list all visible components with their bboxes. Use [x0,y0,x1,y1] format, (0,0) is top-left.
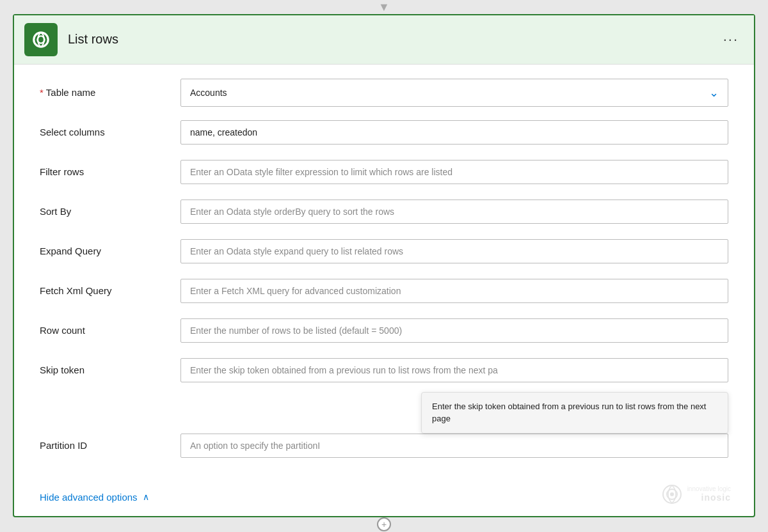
more-options-menu[interactable]: ··· [718,29,744,51]
card-header: List rows ··· [14,15,754,65]
table-name-value: Accounts [181,81,700,104]
svg-point-4 [670,492,674,496]
label-table-name: *Table name [40,87,180,98]
field-row-filter-rows: Filter rows [40,157,728,187]
input-wrapper-expand-query [180,239,728,263]
hide-advanced-button[interactable]: Hide advanced options ∧ [40,492,149,503]
sort-by-input[interactable] [180,199,728,224]
label-select-columns: Select columns [40,127,180,137]
skip-token-input[interactable] [180,358,728,382]
field-row-table-name: *Table name Accounts ⌄ [40,77,728,108]
field-row-skip-token: Skip token Enter the skip token obtained… [40,355,728,386]
list-rows-card: List rows ··· *Table name Accounts ⌄ Sel… [13,14,755,517]
fetch-xml-input[interactable] [180,279,728,303]
card-title: List rows [68,32,718,47]
chevron-up-icon: ∧ [143,492,149,502]
branding-logo: innovative logic inosic [662,484,731,505]
input-wrapper-fetch-xml [180,279,728,303]
field-row-select-columns: Select columns [40,117,728,148]
dataverse-icon [31,29,51,50]
input-wrapper-row-count [180,318,728,343]
connector-bottom: + [13,517,755,531]
connector-top-arrow: ▼ [378,1,390,14]
label-sort-by: Sort By [40,206,180,217]
label-skip-token: Skip token [40,364,180,375]
branding-tagline: innovative logic [687,485,731,492]
field-row-expand-query: Expand Query [40,236,728,267]
skip-token-tooltip: Enter the skip token obtained from a pre… [421,392,728,434]
required-indicator: * [40,87,44,98]
inosic-logo-icon [662,484,682,505]
field-row-fetch-xml: Fetch Xml Query [40,276,728,306]
field-row-row-count: Row count [40,315,728,346]
input-wrapper-sort-by [180,199,728,224]
label-filter-rows: Filter rows [40,166,180,177]
label-partition-id: Partition ID [40,440,180,451]
label-row-count: Row count [40,325,180,336]
table-name-select[interactable]: Accounts ⌄ [180,79,728,107]
field-row-sort-by: Sort By [40,196,728,227]
select-columns-input[interactable] [180,120,728,145]
card-body: *Table name Accounts ⌄ Select columns [14,65,754,483]
partition-id-input[interactable] [180,434,728,458]
expand-query-input[interactable] [180,239,728,263]
branding-name: inosic [687,492,731,503]
input-wrapper-table-name: Accounts ⌄ [180,79,728,107]
row-count-input[interactable] [180,318,728,343]
chevron-down-icon[interactable]: ⌄ [700,79,728,106]
input-wrapper-skip-token: Enter the skip token obtained from a pre… [180,358,728,382]
field-row-partition-id: Partition ID [40,430,728,461]
input-wrapper-select-columns [180,120,728,145]
action-icon-wrapper [24,23,58,56]
hide-advanced-label: Hide advanced options [40,492,138,503]
svg-point-0 [34,32,48,46]
branding-text-wrapper: innovative logic inosic [687,485,731,503]
card-footer: Hide advanced options ∧ [14,483,754,516]
add-step-button[interactable]: + [377,517,391,531]
label-fetch-xml: Fetch Xml Query [40,285,180,296]
input-wrapper-filter-rows [180,160,728,184]
filter-rows-input[interactable] [180,160,728,184]
label-expand-query: Expand Query [40,246,180,256]
branding-area: innovative logic inosic [662,484,731,505]
input-wrapper-partition-id [180,434,728,458]
